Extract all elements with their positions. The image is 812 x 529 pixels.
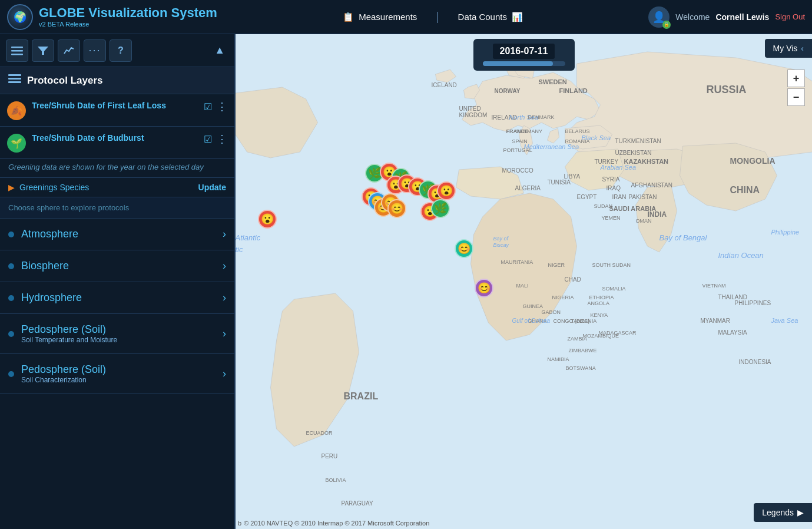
svg-text:Java Sea: Java Sea [771,317,798,324]
svg-text:FINLAND: FINLAND [559,87,588,94]
svg-rect-0 [11,47,23,48]
left-panel: ··· ? ▲ Protocol Layers 🍂 Tree/Sh [0,34,236,529]
data-counts-nav-btn[interactable]: Data Counts 📊 [451,8,530,26]
my-vis-button[interactable]: My Vis ‹ [765,39,812,58]
svg-text:NIGERIA: NIGERIA [552,295,574,300]
app-title: GLOBE Visualization System [39,6,217,20]
user-lock-icon: 🔒 [662,21,671,29]
map-copyright: b © 2010 NAVTEQ © 2010 Intermap © 2017 M… [238,520,429,527]
svg-text:UZBEKISTAN: UZBEKISTAN [615,150,652,156]
svg-text:KAZAKHSTAN: KAZAKHSTAN [624,158,669,165]
map-marker-15[interactable]: 😊 [387,199,406,218]
layer-more-2[interactable]: ⋮ [217,133,227,146]
svg-text:SYRIA: SYRIA [602,176,620,183]
sphere-sub-pedosphere2: Soil Characterization [21,376,216,384]
svg-text:MOROCCO: MOROCCO [502,167,534,174]
header: 🌍 GLOBE Visualization System v2 BETA Rel… [0,0,812,34]
svg-text:SOMALIA: SOMALIA [602,286,626,292]
layer-checkbox-2[interactable]: ☑ [204,134,212,145]
svg-text:OMAN: OMAN [636,218,652,224]
help-tool-button[interactable]: ? [110,39,132,62]
sign-out-button[interactable]: Sign Out [775,12,805,21]
sphere-item-pedosphere1[interactable]: Pedosphere (Soil) Soil Temperature and M… [0,314,234,354]
svg-text:PAKISTAN: PAKISTAN [629,194,657,200]
svg-text:YEMEN: YEMEN [602,215,621,221]
sphere-dot-hydrosphere [8,295,14,301]
svg-text:CHINA: CHINA [730,185,760,195]
nav-center: 📋 Measurements | Data Counts 📊 [217,8,648,26]
measurements-nav-btn[interactable]: 📋 Measurements [336,8,424,26]
vis-label: Visualization System [85,5,217,20]
svg-rect-4 [8,74,21,76]
svg-marker-3 [38,47,48,55]
svg-text:EGYPT: EGYPT [577,194,597,200]
sphere-name-pedosphere2: Pedosphere (Soil) [21,363,106,375]
zoom-in-button[interactable]: + [787,70,805,87]
update-button[interactable]: Update [198,183,226,192]
legends-button[interactable]: Legends ▶ [754,503,812,522]
logo-text: GLOBE Visualization System v2 BETA Relea… [39,6,217,27]
user-avatar: 👤 🔒 [648,6,670,28]
copyright-text: © 2010 NAVTEQ © 2010 Intermap © 2017 Mic… [244,520,429,527]
map-marker-17[interactable]: 🌿 [431,199,450,218]
sphere-item-hydrosphere[interactable]: Hydrosphere › [0,282,234,314]
svg-text:NIGER: NIGER [548,262,565,268]
svg-text:Bay ofBiscay: Bay ofBiscay [493,236,509,248]
sphere-dot-atmosphere [8,232,14,237]
layer-content-2: Tree/Shrub Date of Budburst [32,133,198,143]
sphere-sub-pedosphere1: Soil Temperature and Moisture [21,336,216,344]
svg-text:TURKMENISTAN: TURKMENISTAN [615,138,661,144]
svg-text:BELARUS: BELARUS [565,128,590,134]
data-counts-label: Data Counts [458,12,507,22]
more-tool-button[interactable]: ··· [84,39,106,62]
species-expand-arrow[interactable]: ▶ [8,183,15,192]
map-marker-19[interactable]: 😊 [475,279,493,297]
svg-text:ROMANIA: ROMANIA [565,138,590,144]
map-marker-1[interactable]: 😮 [258,210,277,229]
layer-checkbox-1[interactable]: ☑ [204,101,212,113]
sphere-dot-pedosphere2 [8,371,14,377]
svg-text:KENYA: KENYA [591,312,608,318]
date-slider[interactable] [483,61,565,66]
filter-tool-button[interactable] [32,39,54,62]
svg-text:VIETNAM: VIETNAM [702,283,726,289]
chart-tool-button[interactable] [58,39,80,62]
map-controls: + − [787,70,805,106]
sphere-item-pedosphere2[interactable]: Pedosphere (Soil) Soil Characterization … [0,354,234,394]
layer-more-1[interactable]: ⋮ [217,100,227,113]
svg-text:Gulf of Guinea: Gulf of Guinea [512,318,551,324]
layer-content-1: Tree/Shrub Date of First Leaf Loss [32,100,198,111]
map-marker-18[interactable]: 😊 [455,239,473,258]
svg-text:MALAYSIA: MALAYSIA [718,329,748,336]
svg-text:SOUTH SUDAN: SOUTH SUDAN [592,262,631,268]
greening-note: Greening data are shown for the year on … [0,159,234,178]
svg-text:BOLIVIA: BOLIVIA [326,477,346,483]
svg-text:INDONESIA: INDONESIA [739,359,771,365]
svg-text:ECUADOR: ECUADOR [306,430,333,436]
svg-text:ZIMBABWE: ZIMBABWE [569,348,597,353]
svg-text:ETHIOPIA: ETHIOPIA [589,295,614,300]
zoom-out-button[interactable]: − [787,88,805,106]
protocol-layers-icon [8,72,21,88]
protocol-layers-header: Protocol Layers [0,67,234,94]
collapse-panel-button[interactable]: ▲ [211,41,228,60]
measurements-label: Measurements [359,12,417,22]
sphere-item-biosphere[interactable]: Biosphere › [0,250,234,282]
svg-text:MYANMAR: MYANMAR [701,318,730,324]
svg-text:Philippine: Philippine [771,229,800,236]
legends-label: Legends [762,508,794,517]
svg-text:PERU: PERU [322,453,338,459]
bing-icon: b [238,520,241,527]
layer-item-leaf-loss: 🍂 Tree/Shrub Date of First Leaf Loss ☑ ⋮ [0,94,234,127]
svg-rect-2 [11,54,23,55]
sphere-section-header: Choose sphere to explore protocols [0,197,234,219]
map-area[interactable]: North Sea Mediterranean Sea Black Sea Ar… [236,34,812,529]
svg-text:CHAD: CHAD [565,276,581,283]
layers-tool-button[interactable] [6,39,28,62]
sphere-arrow-pedosphere2: › [223,368,226,380]
username-label: Cornell Lewis [715,12,769,22]
sphere-dot-biosphere [8,263,14,269]
map-marker-10[interactable]: 😮 [437,181,456,200]
svg-text:PORTUGAL: PORTUGAL [503,147,532,153]
sphere-item-atmosphere[interactable]: Atmosphere › [0,219,234,250]
